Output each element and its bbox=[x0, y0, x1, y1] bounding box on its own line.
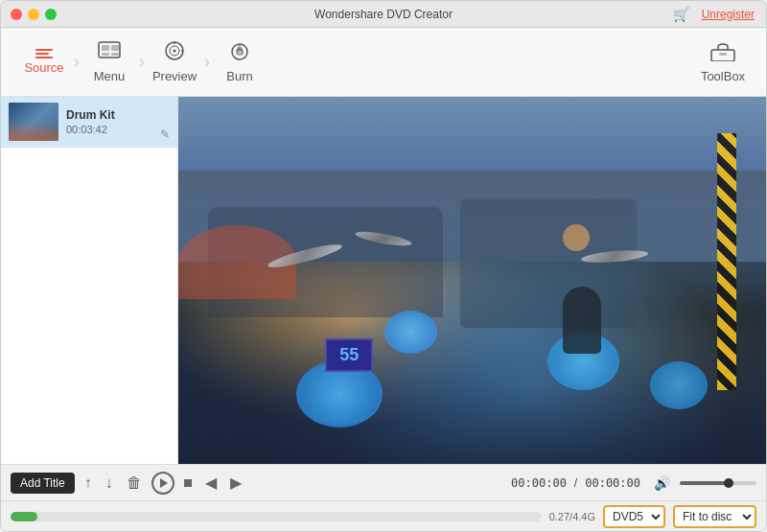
drum-tom bbox=[650, 361, 708, 409]
edit-icon[interactable]: ✎ bbox=[160, 127, 170, 141]
tab-preview[interactable]: Preview bbox=[141, 34, 208, 91]
preview-label: Preview bbox=[152, 69, 197, 83]
video-preview: 55 bbox=[178, 97, 766, 464]
maximize-button[interactable] bbox=[45, 9, 57, 20]
svg-rect-3 bbox=[102, 53, 109, 56]
close-button[interactable] bbox=[11, 9, 22, 20]
source-label: Source bbox=[24, 60, 63, 75]
media-title: Drum Kit bbox=[66, 108, 170, 122]
controls-bar: Add Title ↑ ↓ 🗑 ◀ ▶ 00:00:00 / 00:00:00 … bbox=[1, 464, 766, 500]
media-duration: 00:03:42 bbox=[66, 124, 170, 135]
tab-menu[interactable]: Menu bbox=[76, 34, 143, 91]
svg-point-7 bbox=[174, 50, 176, 53]
stop-icon bbox=[184, 479, 192, 487]
current-time: 00:00:00 bbox=[511, 476, 567, 490]
video-area: 55 bbox=[178, 97, 766, 464]
move-down-button[interactable]: ↓ bbox=[102, 473, 117, 494]
window-title: Wondershare DVD Creator bbox=[314, 8, 453, 21]
play-button[interactable] bbox=[151, 472, 174, 495]
volume-thumb bbox=[724, 478, 733, 488]
drummer-body bbox=[563, 287, 601, 354]
sidebar: Drum Kit 00:03:42 ✎ bbox=[1, 97, 178, 464]
prev-button[interactable]: ◀ bbox=[201, 472, 221, 494]
status-bar: 0.27/4.4G DVD5 DVD9 Fit to disc Fill scr… bbox=[1, 500, 766, 531]
tab-source[interactable]: Source bbox=[11, 34, 78, 91]
svg-rect-1 bbox=[102, 45, 109, 51]
menu-icon bbox=[97, 40, 122, 67]
led-sign: 55 bbox=[325, 338, 373, 372]
delete-button[interactable]: 🗑 bbox=[123, 473, 146, 494]
unregister-link[interactable]: Unregister bbox=[702, 8, 755, 21]
size-info: 0.27/4.4G bbox=[549, 511, 595, 522]
burn-label: Burn bbox=[226, 69, 252, 83]
window-controls[interactable] bbox=[11, 9, 57, 20]
list-item[interactable]: Drum Kit 00:03:42 ✎ bbox=[1, 97, 177, 148]
burn-icon bbox=[227, 40, 252, 67]
progress-fill bbox=[11, 512, 37, 521]
drum-snare bbox=[384, 311, 437, 354]
drummer-head bbox=[563, 224, 590, 251]
main-area: Drum Kit 00:03:42 ✎ bbox=[1, 97, 766, 464]
svg-rect-2 bbox=[111, 45, 119, 51]
preview-icon bbox=[162, 40, 187, 67]
menu-label: Menu bbox=[94, 69, 126, 83]
fit-select[interactable]: Fit to disc Fill screen bbox=[673, 505, 756, 528]
media-thumbnail bbox=[9, 103, 58, 141]
next-button[interactable]: ▶ bbox=[226, 472, 245, 494]
source-icon bbox=[35, 49, 53, 58]
time-separator: / bbox=[574, 476, 577, 490]
disc-select[interactable]: DVD5 DVD9 bbox=[603, 505, 665, 528]
move-up-button[interactable]: ↑ bbox=[81, 473, 96, 494]
svg-rect-4 bbox=[111, 53, 119, 56]
media-info: Drum Kit 00:03:42 bbox=[66, 108, 170, 135]
play-icon bbox=[160, 478, 168, 488]
volume-slider[interactable] bbox=[680, 481, 756, 485]
volume-icon: 🔊 bbox=[654, 475, 670, 491]
toolbox-icon bbox=[709, 40, 736, 67]
tab-burn[interactable]: Burn bbox=[206, 34, 273, 91]
toolbox-button[interactable]: ToolBox bbox=[689, 34, 756, 91]
title-bar: Wondershare DVD Creator Unregister 🛒 bbox=[1, 1, 766, 28]
warning-stripes bbox=[717, 133, 736, 390]
stop-button[interactable] bbox=[180, 477, 196, 489]
add-title-button[interactable]: Add Title bbox=[11, 473, 75, 494]
progress-track bbox=[11, 512, 542, 521]
cart-icon: 🛒 bbox=[673, 7, 689, 22]
toolbox-label: ToolBox bbox=[701, 69, 745, 83]
volume-fill bbox=[680, 481, 726, 485]
toolbar: Source › Menu › Preview bbox=[1, 28, 766, 97]
total-time: 00:00:00 bbox=[585, 476, 640, 490]
minimize-button[interactable] bbox=[28, 9, 39, 20]
svg-rect-13 bbox=[719, 53, 727, 56]
